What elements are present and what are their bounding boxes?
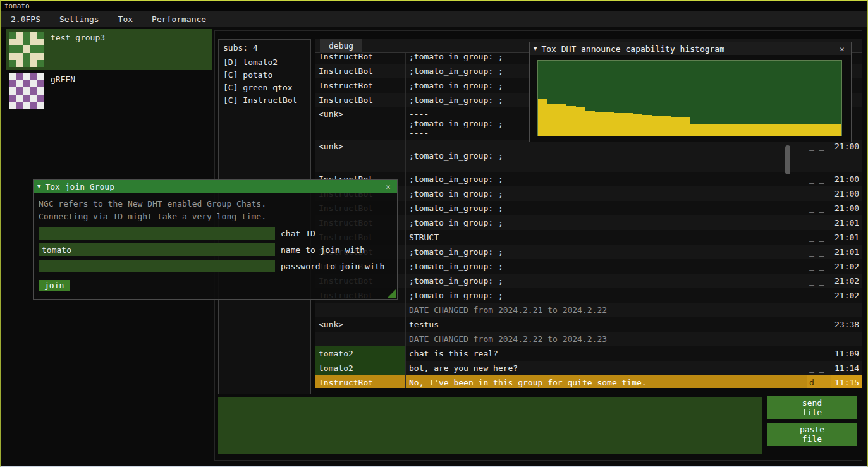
histogram-bar — [690, 124, 699, 136]
avatar-cell — [23, 53, 30, 60]
histogram-bar — [680, 117, 690, 136]
avatar-cell — [37, 87, 44, 94]
join-password-input[interactable] — [39, 260, 275, 272]
peer-name-cell — [315, 303, 405, 317]
send-file-button[interactable]: send file — [767, 396, 857, 419]
peer-name-cell: InstructBot — [315, 78, 405, 93]
chat-message-row[interactable]: InstructBotNo, I've been in this group f… — [315, 375, 862, 388]
message-line: ---- — [409, 161, 804, 170]
flags-cell: _ _ — [807, 259, 831, 274]
avatar-cell — [37, 80, 44, 87]
peer-name-cell: InstructBot — [315, 64, 405, 78]
flags-cell: _ _ — [807, 288, 831, 303]
histogram-bar — [756, 124, 766, 136]
group-row-test_group3[interactable]: test_group3 — [6, 29, 212, 70]
subs-list-item[interactable]: [C] InstructBot — [223, 94, 306, 107]
timestamp-cell: 21:02 — [831, 259, 862, 274]
avatar-cell — [16, 53, 23, 60]
dht-histogram-titlebar[interactable]: ▼ Tox DHT announce capability histogram … — [530, 42, 851, 55]
avatar-cell — [16, 80, 23, 87]
histogram-bar — [671, 117, 680, 136]
chat-message-row[interactable]: tomato2bot, are you new here?_ _11:14 — [315, 361, 862, 375]
histogram-bar — [623, 113, 633, 136]
avatar-cell — [37, 102, 44, 109]
histogram-bar — [794, 124, 804, 136]
message-line: ;tomato_in_group: ; — [409, 188, 804, 199]
menu-item-performance[interactable]: Performance — [142, 11, 216, 27]
avatar-cell — [37, 60, 44, 67]
message-cell: ----;tomato_in_group: ;---- — [405, 140, 807, 172]
group-name-label: gREEN — [51, 75, 75, 84]
histogram-bar — [699, 124, 709, 136]
chat-message-row[interactable]: tomato2chat is this real?_ _11:09 — [315, 346, 862, 361]
collapse-arrow-icon[interactable]: ▼ — [534, 45, 537, 52]
message-cell: testus — [405, 317, 807, 332]
timestamp-cell: 21:00 — [831, 140, 862, 172]
histogram-bar — [595, 112, 604, 136]
avatar-cell — [30, 39, 37, 45]
subs-list-item[interactable]: [D] tomato2 — [223, 56, 306, 69]
histogram-bar — [585, 111, 595, 136]
avatar-cell — [16, 60, 23, 67]
chat-message-row[interactable]: <unk>----;tomato_in_group: ;----_ _21:00 — [315, 140, 862, 172]
histogram-bar — [614, 113, 623, 136]
histogram-bar — [737, 124, 747, 136]
message-line: ;tomato_in_group: ; — [409, 217, 804, 228]
chat-id-input[interactable] — [39, 227, 275, 240]
avatar-cell — [9, 53, 16, 60]
avatar-cell — [37, 73, 44, 80]
dht-histogram-window: ▼ Tox DHT announce capability histogram … — [529, 42, 852, 142]
timestamp-cell — [831, 303, 862, 317]
group-row-gREEN[interactable]: gREEN — [6, 71, 212, 111]
histogram-bar — [775, 124, 785, 136]
message-cell: ;tomato_in_group: ; — [405, 201, 807, 215]
close-icon[interactable]: × — [383, 182, 393, 191]
avatar-cell — [23, 95, 30, 102]
avatar-cell — [30, 45, 37, 52]
subs-count-label: subs: 4 — [223, 43, 306, 52]
collapse-arrow-icon[interactable]: ▼ — [37, 183, 40, 190]
subs-list-item[interactable]: [C] green_qtox — [223, 82, 306, 94]
message-cell: bot, are you new here? — [405, 361, 807, 375]
group-avatar — [9, 32, 44, 67]
tab-debug[interactable]: debug — [320, 39, 362, 53]
menu-item-tox[interactable]: Tox — [109, 11, 142, 27]
timestamp-cell — [831, 332, 862, 346]
histogram-bar — [709, 124, 718, 136]
chat-id-label: chat ID — [281, 229, 315, 238]
histogram-bar — [633, 114, 642, 136]
chat-scrollbar-thumb[interactable] — [785, 145, 790, 174]
flags-cell: _ _ — [807, 274, 831, 288]
message-line: ;tomato_in_group: ; — [409, 246, 804, 257]
join-group-title: Tox join Group — [45, 182, 379, 191]
message-input[interactable] — [218, 397, 762, 454]
peer-name-cell: <unk> — [315, 107, 405, 140]
close-icon[interactable]: × — [837, 44, 847, 54]
message-line: ;tomato_in_group: ; — [409, 151, 804, 161]
histogram-bar — [661, 116, 671, 136]
timestamp-cell: 21:00 — [831, 186, 862, 201]
paste-file-button[interactable]: paste file — [767, 423, 857, 446]
message-cell: No, I've been in this group for quite so… — [405, 375, 807, 388]
join-password-label: password to join with — [281, 262, 384, 271]
date-changed-row[interactable]: DATE CHANGED from 2024.2.21 to 2024.2.22 — [315, 303, 862, 317]
resize-grip[interactable] — [388, 289, 396, 298]
group-avatar — [9, 73, 44, 109]
avatar-cell — [30, 60, 37, 67]
join-name-input[interactable] — [39, 243, 275, 256]
avatar-cell — [16, 102, 23, 109]
chat-message-row[interactable]: <unk>testus_ _23:38 — [315, 317, 862, 332]
histogram-bar — [728, 124, 737, 136]
peer-name-cell: InstructBot — [315, 375, 405, 388]
date-changed-row[interactable]: DATE CHANGED from 2024.2.22 to 2024.2.23 — [315, 332, 862, 346]
subs-list-item[interactable]: [C] potato — [223, 69, 306, 82]
menu-item-settings[interactable]: Settings — [50, 11, 109, 27]
group-list: test_group3gREEN — [6, 29, 212, 112]
join-group-titlebar[interactable]: ▼ Tox join Group × — [34, 180, 397, 193]
flags-cell: _ _ — [807, 140, 831, 172]
message-line: bot, are you new here? — [409, 363, 804, 373]
join-button[interactable]: join — [39, 280, 70, 291]
avatar-cell — [37, 32, 44, 39]
peer-name-cell: tomato2 — [315, 361, 405, 375]
timestamp-cell: 21:02 — [831, 274, 862, 288]
